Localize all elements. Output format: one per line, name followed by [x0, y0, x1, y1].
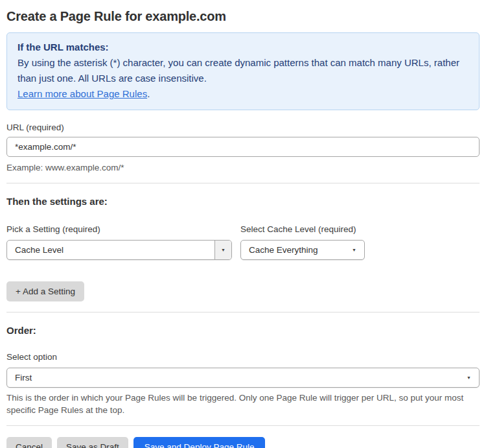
cancel-button[interactable]: Cancel [6, 437, 52, 448]
learn-more-link[interactable]: Learn more about Page Rules [17, 88, 147, 99]
setting-picker-select[interactable]: Cache Level ▼ [6, 240, 232, 260]
link-suffix: . [147, 88, 150, 99]
order-select-value: First [7, 373, 463, 383]
order-select-label: Select option [6, 352, 480, 362]
add-setting-wrap: + Add a Setting [6, 281, 480, 301]
settings-row: Pick a Setting (required) Cache Level ▼ … [6, 224, 480, 260]
save-draft-button[interactable]: Save as Draft [57, 437, 128, 448]
footer-divider [6, 425, 480, 426]
cache-level-select[interactable]: Cache Everything ▼ [240, 240, 365, 260]
save-deploy-button[interactable]: Save and Deploy Page Rule [133, 437, 266, 448]
cache-level-column: Select Cache Level (required) Cache Ever… [240, 224, 365, 260]
cache-level-label: Select Cache Level (required) [240, 224, 365, 235]
info-box-body: By using the asterisk (*) character, you… [17, 55, 469, 86]
section-divider [6, 183, 480, 183]
chevron-down-icon: ▼ [463, 375, 479, 380]
settings-heading: Then the settings are: [6, 196, 480, 207]
section-divider [6, 312, 480, 312]
form-actions: Cancel Save as Draft Save and Deploy Pag… [6, 437, 480, 448]
info-box-link-line: Learn more about Page Rules. [17, 86, 469, 102]
url-label: URL (required) [6, 123, 480, 133]
add-setting-button[interactable]: + Add a Setting [6, 281, 84, 301]
page-rule-form: Create a Page Rule for example.com If th… [0, 8, 486, 448]
url-input[interactable] [6, 137, 480, 157]
cache-level-value: Cache Everything [241, 245, 348, 255]
setting-picker-value: Cache Level [7, 245, 214, 255]
order-helper-text: This is the order in which your Page Rul… [6, 392, 474, 416]
setting-picker-column: Pick a Setting (required) Cache Level ▼ [6, 224, 232, 260]
url-helper-text: Example: www.example.com/* [6, 161, 480, 174]
order-select[interactable]: First ▼ [6, 368, 480, 388]
info-box-heading: If the URL matches: [17, 40, 469, 55]
chevron-down-icon: ▼ [348, 248, 364, 252]
setting-picker-label: Pick a Setting (required) [6, 224, 232, 235]
order-heading: Order: [6, 325, 480, 336]
url-match-info-box: If the URL matches: By using the asteris… [6, 32, 480, 110]
chevron-down-icon[interactable]: ▼ [214, 241, 231, 259]
page-title: Create a Page Rule for example.com [6, 8, 480, 24]
